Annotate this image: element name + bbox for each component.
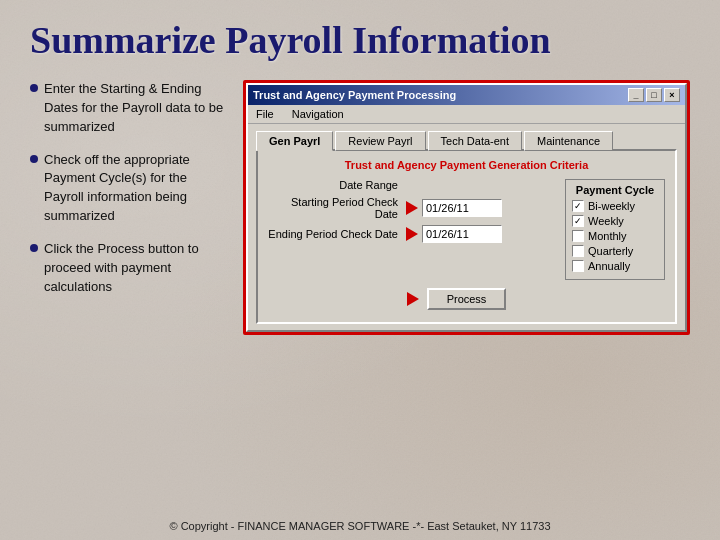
- process-area: Process: [268, 288, 665, 310]
- tab-tech-data-ent[interactable]: Tech Data-ent: [428, 131, 522, 151]
- ending-date-arrow-row: [406, 225, 502, 243]
- bullet-dot-1: [30, 84, 38, 92]
- dialog-titlebar: Trust and Agency Payment Processing _ □ …: [248, 85, 685, 105]
- menu-navigation[interactable]: Navigation: [288, 107, 348, 121]
- bullet-text-3: Click the Process button to proceed with…: [44, 240, 225, 297]
- bullet-dot-2: [30, 155, 38, 163]
- dialog-title: Trust and Agency Payment Processing: [253, 89, 456, 101]
- starting-date-label: Starting Period Check Date: [268, 196, 398, 220]
- checkbox-weekly-label: Weekly: [588, 215, 624, 227]
- bullet-text-1: Enter the Starting & Ending Dates for th…: [44, 80, 225, 137]
- bullet-item-1: Enter the Starting & Ending Dates for th…: [30, 80, 225, 137]
- checkbox-biweekly-box[interactable]: [572, 200, 584, 212]
- starting-date-arrow-row: [406, 199, 502, 217]
- tab-maintenance[interactable]: Maintenance: [524, 131, 613, 151]
- process-arrow: [407, 292, 419, 306]
- checkbox-biweekly-label: Bi-weekly: [588, 200, 635, 212]
- dialog: Trust and Agency Payment Processing _ □ …: [246, 83, 687, 332]
- dialog-wrapper: Trust and Agency Payment Processing _ □ …: [243, 80, 690, 335]
- tab-gen-payrl[interactable]: Gen Payrl: [256, 131, 333, 151]
- date-range-section: Date Range Starting Period Check Date: [268, 179, 555, 280]
- starting-date-row: Starting Period Check Date: [268, 196, 555, 220]
- checkbox-monthly-label: Monthly: [588, 230, 627, 242]
- bullet-dot-3: [30, 244, 38, 252]
- checkbox-quarterly-box[interactable]: [572, 245, 584, 257]
- tab-review-payrl[interactable]: Review Payrl: [335, 131, 425, 151]
- dialog-body: Gen Payrl Review Payrl Tech Data-ent Mai…: [248, 124, 685, 330]
- dialog-menubar: File Navigation: [248, 105, 685, 124]
- bullets-section: Enter the Starting & Ending Dates for th…: [30, 80, 225, 310]
- ending-date-row: Ending Period Check Date: [268, 225, 555, 243]
- starting-date-arrow: [406, 201, 418, 215]
- checkbox-quarterly: Quarterly: [572, 245, 658, 257]
- ending-date-arrow: [406, 227, 418, 241]
- close-button[interactable]: ×: [664, 88, 680, 102]
- checkbox-annually-box[interactable]: [572, 260, 584, 272]
- footer: © Copyright - FINANCE MANAGER SOFTWARE -…: [0, 520, 720, 532]
- main-panel: Trust and Agency Payment Generation Crit…: [256, 149, 677, 324]
- ending-date-input[interactable]: [422, 225, 502, 243]
- tab-bar: Gen Payrl Review Payrl Tech Data-ent Mai…: [256, 130, 677, 150]
- date-range-row: Date Range: [268, 179, 555, 191]
- checkbox-annually: Annually: [572, 260, 658, 272]
- bullet-item-3: Click the Process button to proceed with…: [30, 240, 225, 297]
- checkbox-weekly: Weekly: [572, 215, 658, 227]
- menu-file[interactable]: File: [252, 107, 278, 121]
- ending-date-label: Ending Period Check Date: [268, 228, 398, 240]
- maximize-button[interactable]: □: [646, 88, 662, 102]
- page-title: Summarize Payroll Information: [30, 18, 690, 62]
- payment-cycle-label: Payment Cycle: [572, 184, 658, 196]
- checkbox-monthly-box[interactable]: [572, 230, 584, 242]
- bullet-text-2: Check off the appropriate Payment Cycle(…: [44, 151, 225, 226]
- minimize-button[interactable]: _: [628, 88, 644, 102]
- dialog-controls: _ □ ×: [628, 88, 680, 102]
- bullet-item-2: Check off the appropriate Payment Cycle(…: [30, 151, 225, 226]
- checkbox-quarterly-label: Quarterly: [588, 245, 633, 257]
- payment-cycle-section: Payment Cycle Bi-weekly Weekly: [565, 179, 665, 280]
- panel-title: Trust and Agency Payment Generation Crit…: [268, 159, 665, 171]
- date-range-label: Date Range: [268, 179, 398, 191]
- two-cols-layout: Date Range Starting Period Check Date: [268, 179, 665, 280]
- checkbox-annually-label: Annually: [588, 260, 630, 272]
- checkbox-monthly: Monthly: [572, 230, 658, 242]
- checkbox-biweekly: Bi-weekly: [572, 200, 658, 212]
- starting-date-input[interactable]: [422, 199, 502, 217]
- checkbox-weekly-box[interactable]: [572, 215, 584, 227]
- process-button[interactable]: Process: [427, 288, 507, 310]
